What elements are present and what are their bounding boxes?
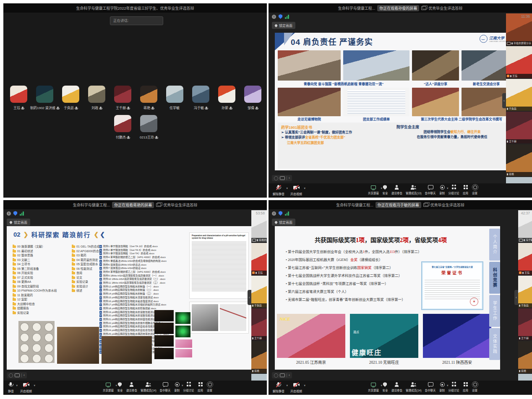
info-icon[interactable]: i xyxy=(272,15,276,19)
manage-members-button[interactable]: 管理成员(14) ▾ xyxy=(141,382,156,392)
info-icon[interactable]: i xyxy=(272,211,276,216)
caret-icon[interactable]: ▾ xyxy=(304,187,305,190)
participant-tile[interactable]: 付鹏杰 xyxy=(114,115,131,139)
collapse-caret-icon[interactable]: ‹ xyxy=(289,176,290,180)
record-button[interactable]: 录制 ▾ xyxy=(174,382,180,392)
sidebar-video-tile[interactable]: 蒋艳 xyxy=(518,341,532,373)
caret-icon[interactable]: ▾ xyxy=(16,384,18,387)
chat-button[interactable]: 会中聊天 ▾ xyxy=(160,382,171,392)
screen-share-panel-sunjun: 生命科学与健康工程... 你正在观看孙俊的屏幕 优秀毕业生评选答辩 i 11:3… xyxy=(269,3,532,198)
manage-members-button[interactable]: 管理成员(14) ▾ xyxy=(406,382,422,392)
sidebar-video-tile[interactable]: 王千赫 xyxy=(506,112,532,143)
sidebar-video-tile[interactable]: 王珏 xyxy=(251,243,267,275)
unmute-button[interactable]: 解除静音 ▾ xyxy=(273,185,284,196)
unmute-button[interactable]: 解除静音 ▾ xyxy=(273,382,284,393)
lock-view-button[interactable]: 锁定画面 xyxy=(7,219,30,226)
keyboard-icon[interactable] xyxy=(280,373,285,377)
switch-view-icon[interactable] xyxy=(156,203,161,207)
folder-icon xyxy=(72,285,75,288)
keyboard-icon[interactable] xyxy=(15,373,20,377)
breakout-button[interactable]: 分组讨论 ▾ xyxy=(449,382,459,392)
sidebar-collapse-handle[interactable]: ‹ xyxy=(248,290,251,305)
breakout-button[interactable]: 分组讨论 ▾ xyxy=(183,382,194,392)
sidebar-video-tile[interactable]: 王千赫 xyxy=(251,308,267,340)
mute-button[interactable]: 静音 ▾ xyxy=(8,382,14,393)
sidebar-video-tile[interactable]: 任学敏 xyxy=(251,374,267,381)
annotation-mini-toolbar[interactable]: ‹ xyxy=(272,372,292,378)
security-button[interactable]: 安全 ▾ xyxy=(382,382,388,392)
apps-button[interactable]: 应用 ▾ xyxy=(463,185,469,195)
security-button[interactable]: 安全 ▾ xyxy=(382,185,388,195)
chat-button[interactable]: 会中聊天 ▾ xyxy=(425,185,436,195)
settings-button[interactable]: 设置 ▾ xyxy=(472,185,478,195)
annotation-mini-toolbar[interactable]: ‹ xyxy=(7,372,27,378)
share-screen-button[interactable]: 共享屏幕 ▾ xyxy=(368,185,379,195)
participant-tile[interactable]: 蒋艳 xyxy=(140,86,157,110)
info-icon[interactable]: i xyxy=(7,211,11,216)
participant-tile[interactable]: 制药1902 梁洪维 xyxy=(36,86,53,110)
participant-tile[interactable]: 任学敏 xyxy=(166,86,183,110)
participant-tile[interactable]: 邹倩 xyxy=(244,86,261,110)
share-screen-button[interactable]: 共享屏幕 ▾ xyxy=(368,382,379,392)
apps-button[interactable]: 应用 ▾ xyxy=(463,382,469,392)
sidebar-video-tile[interactable]: 于奂廷 xyxy=(251,276,267,308)
invite-button[interactable]: 邀请参会 ▾ xyxy=(391,382,402,392)
participant-tile[interactable]: 于奂廷 xyxy=(62,86,79,110)
invite-button[interactable]: 邀请参会 ▾ xyxy=(391,185,402,195)
settings-button[interactable]: 设置 ▾ xyxy=(207,382,213,392)
chat-button[interactable]: 会中聊天 ▾ xyxy=(425,382,436,392)
sidebar-video-tile[interactable]: 任学敏 xyxy=(506,177,532,183)
sidebar-collapse-handle[interactable]: ‹ xyxy=(514,290,518,305)
security-button[interactable]: 安全 ▾ xyxy=(117,382,123,392)
participant-tile[interactable]: 冯于敏 xyxy=(192,86,209,110)
shield-icon[interactable] xyxy=(279,211,282,216)
gear-icon[interactable] xyxy=(274,373,278,378)
sidebar-video-tile[interactable]: 于奂廷 xyxy=(506,79,532,111)
breakout-button[interactable]: 分组讨论 ▾ xyxy=(449,185,459,195)
collapse-caret-icon[interactable]: ‹ xyxy=(23,373,25,377)
caret-icon[interactable]: ▾ xyxy=(34,384,35,387)
sidebar-collapse-handle[interactable]: ‹ xyxy=(502,93,506,108)
participant-tile[interactable]: 王千赫 xyxy=(114,86,131,110)
lock-view-button[interactable]: 锁定画面 xyxy=(272,22,295,29)
collapse-caret-icon[interactable]: ‹ xyxy=(289,373,290,377)
participant-name: 王千赫 xyxy=(116,105,126,110)
participant-tile[interactable]: 孙萦 xyxy=(218,86,235,110)
gear-icon[interactable] xyxy=(274,176,278,180)
sidebar-video-tile[interactable]: 蒋艳 xyxy=(506,144,532,176)
record-button[interactable]: 录制 ▾ xyxy=(439,382,445,392)
photo xyxy=(412,50,459,81)
caret-icon[interactable]: ▾ xyxy=(286,187,288,190)
sidebar-video-tile[interactable]: 于奂廷 xyxy=(518,276,532,308)
switch-view-icon[interactable] xyxy=(421,6,426,10)
lock-view-button[interactable]: 锁定画面 xyxy=(272,219,295,226)
share-screen-button[interactable]: 共享屏幕 ▾ xyxy=(103,382,114,392)
shield-icon[interactable] xyxy=(279,14,282,19)
word-doc-icon xyxy=(99,307,102,310)
gear-icon[interactable] xyxy=(9,373,13,378)
start-video-button[interactable]: 开启视频 ▾ xyxy=(290,382,302,393)
annotation-mini-toolbar[interactable]: ‹ xyxy=(272,175,292,181)
participant-tile[interactable]: 0213王玲 xyxy=(140,115,157,139)
manage-members-button[interactable]: 管理成员(13) ▾ xyxy=(406,185,422,195)
participant-tile[interactable]: 刘政 xyxy=(88,86,105,110)
sidebar-video-tile[interactable]: 任学敏 xyxy=(518,374,532,381)
shield-icon[interactable] xyxy=(13,211,17,216)
invite-button[interactable]: 邀请参会 ▾ xyxy=(126,382,137,392)
sidebar-video-tile[interactable]: 王珏 xyxy=(506,46,532,78)
keyboard-icon[interactable] xyxy=(280,176,285,180)
start-video-button[interactable]: 开启视频 ▾ xyxy=(290,185,302,196)
record-button[interactable]: 录制 ▾ xyxy=(439,185,445,195)
settings-button[interactable]: 设置 ▾ xyxy=(472,382,478,392)
start-video-button[interactable]: 开启视频 ▾ xyxy=(20,382,32,393)
mic-icon xyxy=(57,107,59,109)
sidebar-video-tile[interactable]: 蒋艳 xyxy=(251,341,267,373)
sidebar-video-tile[interactable]: 王千赫 xyxy=(518,308,532,340)
sidebar-video-tile[interactable]: 王珏 xyxy=(518,243,532,275)
caret-icon[interactable]: ▾ xyxy=(286,384,288,387)
apps-button[interactable]: 应用 ▾ xyxy=(198,382,203,392)
participant-tile[interactable]: 王珏 xyxy=(10,86,27,110)
mic-icon xyxy=(511,42,513,44)
switch-view-icon[interactable] xyxy=(423,203,428,207)
caret-icon[interactable]: ▾ xyxy=(304,384,305,387)
